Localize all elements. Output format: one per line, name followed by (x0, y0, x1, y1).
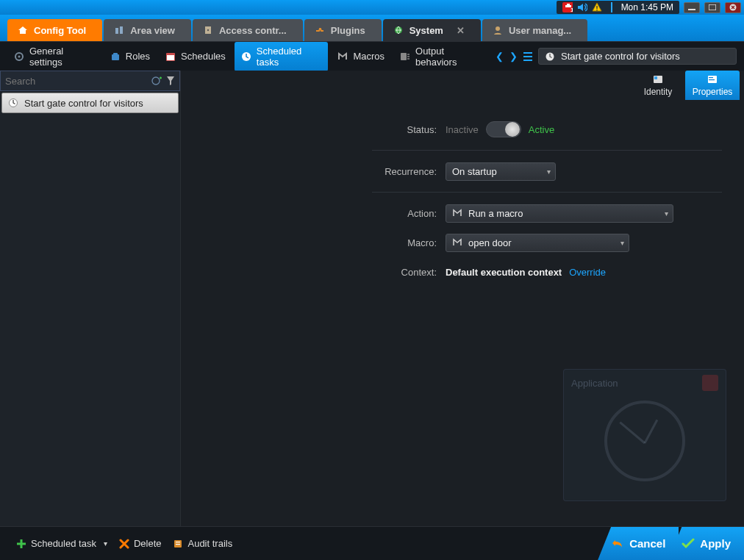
clock-task-icon (545, 51, 555, 62)
macro-icon (337, 51, 348, 62)
dropdown-value: On startup (452, 166, 497, 177)
sidebar: Start gate control for visitors (0, 71, 181, 526)
plugins-icon (315, 25, 325, 35)
maximize-button[interactable] (704, 2, 720, 13)
svg-rect-4 (596, 6, 597, 9)
svg-rect-21 (167, 55, 174, 60)
context-override-link[interactable]: Override (569, 267, 606, 278)
tab-system[interactable]: System ✕ (383, 19, 481, 41)
svg-rect-8 (709, 4, 716, 10)
subitem-output-behaviors[interactable]: Output behaviors (393, 42, 490, 71)
calendar-icon (165, 51, 176, 62)
location-field[interactable]: Start gate control for visitors (538, 48, 737, 65)
output-icon (399, 51, 411, 62)
status-label: Status: (181, 124, 446, 135)
action-label: Action: (181, 208, 446, 219)
subitem-label: Output behaviors (415, 46, 484, 68)
svg-point-15 (496, 26, 500, 31)
cancel-button[interactable]: Cancel (598, 527, 679, 560)
minimize-button[interactable] (684, 2, 700, 13)
tab-label: Area view (130, 25, 175, 36)
check-icon (682, 538, 695, 550)
filter-icon[interactable] (166, 76, 175, 86)
search-input[interactable] (5, 76, 147, 87)
system-tray: 1 Mon 1:45 PM (557, 1, 679, 14)
bottom-bar: Scheduled task Delete Audit trails Cance… (0, 526, 744, 560)
status-toggle[interactable] (486, 121, 521, 137)
close-window-button[interactable] (725, 2, 741, 13)
svg-rect-18 (112, 54, 119, 60)
tab-label: Config Tool (34, 25, 86, 36)
btn-label: Cancel (629, 537, 665, 550)
context-value: Default execution context (446, 267, 562, 278)
clock-task-icon (8, 98, 18, 108)
macro-icon (452, 237, 462, 248)
svg-rect-6 (611, 2, 612, 12)
area-icon (114, 25, 124, 35)
tab-plugins[interactable]: Plugins (304, 19, 382, 41)
main-tabstrip: Config Tool Area view Access contr... Pl… (0, 15, 744, 41)
svg-rect-7 (688, 9, 695, 10)
tab-close-icon[interactable]: ✕ (457, 25, 465, 36)
location-text: Start gate control for visitors (561, 51, 680, 62)
svg-rect-23 (401, 53, 407, 60)
tab-area-view[interactable]: Area view (104, 19, 191, 41)
subitem-macros[interactable]: Macros (331, 47, 390, 66)
tab-label: Plugins (331, 25, 365, 36)
subitem-label: Scheduled tasks (257, 46, 323, 68)
separator-icon (607, 2, 617, 12)
divider (372, 150, 722, 151)
subitem-label: Schedules (181, 51, 226, 62)
clock-text: Mon 1:45 PM (621, 2, 673, 12)
tab-label: User manag... (509, 25, 571, 36)
macro-icon (452, 208, 462, 218)
search-box[interactable] (0, 71, 180, 91)
subitem-scheduled-tasks[interactable]: Scheduled tasks (235, 42, 329, 71)
svg-rect-19 (113, 53, 118, 55)
audit-trails-button[interactable]: Audit trails (167, 535, 238, 552)
warning-icon (592, 2, 602, 12)
svg-rect-33 (709, 77, 713, 78)
tab-label: Access contr... (219, 25, 287, 36)
roles-icon (110, 51, 121, 62)
action-dropdown[interactable]: Run a macro (446, 204, 673, 223)
tab-config-tool[interactable]: Config Tool (7, 19, 102, 41)
add-scheduled-task-button[interactable]: Scheduled task (10, 535, 113, 552)
tab-properties[interactable]: Properties (685, 71, 740, 100)
svg-rect-24 (523, 52, 532, 54)
btn-label: Audit trails (187, 538, 232, 549)
svg-point-28 (152, 77, 160, 85)
tab-identity[interactable]: Identity (631, 71, 685, 100)
globe-add-icon[interactable] (151, 76, 162, 86)
recurrence-dropdown[interactable]: On startup (446, 162, 556, 181)
access-icon (203, 25, 213, 35)
list-item[interactable]: Start gate control for visitors (1, 93, 179, 113)
system-icon (393, 25, 404, 35)
nav-list-icon[interactable] (523, 51, 535, 62)
svg-rect-11 (120, 26, 123, 34)
btn-label: Apply (700, 537, 731, 550)
content-pane: Identity Properties Status: Inactive Act… (181, 71, 744, 526)
context-label: Context: (181, 267, 446, 278)
tab-access-control[interactable]: Access contr... (193, 19, 303, 41)
subitem-schedules[interactable]: Schedules (159, 47, 232, 66)
subitem-general-settings[interactable]: General settings (7, 42, 101, 71)
svg-text:1: 1 (570, 7, 573, 12)
volume-icon (577, 2, 587, 12)
nav-back-icon[interactable]: ❮ (496, 51, 504, 62)
macro-label: Macro: (181, 237, 446, 248)
list-item-label: Start gate control for visitors (24, 98, 143, 109)
delete-button[interactable]: Delete (113, 535, 168, 552)
os-taskbar: 1 Mon 1:45 PM (0, 0, 744, 15)
svg-rect-26 (523, 60, 532, 61)
svg-rect-10 (115, 28, 118, 34)
recurrence-label: Recurrence: (181, 166, 446, 177)
svg-point-17 (18, 55, 21, 57)
nav-forward-icon[interactable]: ❯ (509, 51, 518, 62)
subitem-label: General settings (29, 46, 95, 68)
subitem-roles[interactable]: Roles (104, 47, 156, 66)
macro-dropdown[interactable]: open door (446, 234, 629, 252)
apply-button[interactable]: Apply (668, 527, 744, 560)
property-tabs: Identity Properties (181, 71, 744, 100)
tab-user-management[interactable]: User manag... (482, 19, 587, 41)
